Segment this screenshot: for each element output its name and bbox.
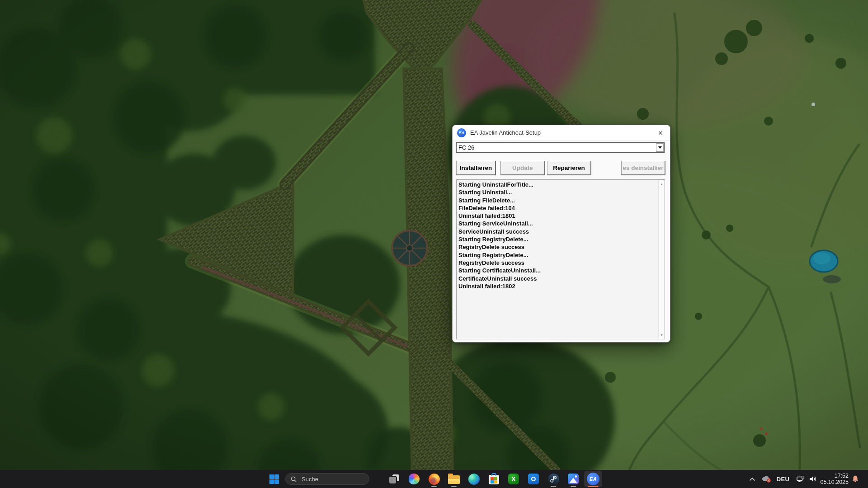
edge-icon [468, 474, 480, 485]
close-icon[interactable]: ✕ [656, 128, 665, 137]
taskbar-app-copilot[interactable] [404, 470, 424, 488]
tray-chevron-up[interactable] [746, 470, 759, 488]
log-line: RegistryDelete success [458, 259, 656, 267]
setup-window: EA EA Javelin Anticheat-Setup ✕ FC 26 In… [452, 125, 670, 343]
tray-notifications[interactable] [849, 470, 862, 488]
taskbar-app-task-view[interactable] [384, 470, 404, 488]
taskbar-app-file-explorer[interactable] [444, 470, 464, 488]
running-indicator [551, 486, 556, 487]
scroll-down-icon[interactable]: ▼ [659, 332, 665, 338]
taskbar: X O EA DE [0, 470, 868, 488]
steam-icon [548, 474, 559, 485]
log-scrollbar[interactable]: ▲ ▼ [658, 180, 665, 339]
chevron-down-icon[interactable] [656, 143, 664, 152]
window-title: EA Javelin Anticheat-Setup [470, 129, 541, 136]
volume-icon [809, 475, 817, 483]
taskbar-app-xbox[interactable]: X [504, 470, 524, 488]
uninstall-button[interactable]: es deinstallier [621, 161, 665, 175]
task-view-icon [389, 474, 400, 484]
taskbar-app-photos[interactable] [563, 470, 583, 488]
taskbar-app-firefox[interactable] [424, 470, 444, 488]
network-icon [796, 475, 805, 483]
title-bar[interactable]: EA EA Javelin Anticheat-Setup ✕ [453, 125, 670, 141]
start-button[interactable] [264, 470, 284, 488]
tray-onedrive[interactable] [760, 470, 773, 488]
microsoft-store-icon [489, 475, 499, 484]
log-output[interactable]: Starting UninstallForTitle... Starting U… [456, 179, 665, 339]
log-line: CertificateUninstall success [458, 275, 656, 282]
tray-volume[interactable] [807, 470, 819, 488]
taskbar-search[interactable] [285, 473, 369, 485]
desktop-wallpaper [0, 0, 868, 488]
log-line: Uninstall failed:1802 [458, 282, 656, 290]
taskbar-app-microsoft-store[interactable] [484, 470, 504, 488]
running-indicator [451, 486, 457, 487]
scroll-up-icon[interactable]: ▲ [659, 181, 665, 187]
taskbar-app-edge[interactable] [464, 470, 484, 488]
active-indicator [588, 486, 599, 488]
photos-icon [568, 474, 579, 484]
log-line: Starting ServiceUninstall... [458, 220, 656, 227]
xbox-icon: X [508, 474, 519, 484]
log-line: Starting CertificateUninstall... [458, 267, 656, 274]
game-select-dropdown[interactable]: FC 26 [456, 142, 665, 153]
log-line: Starting UninstallForTitle... [458, 181, 656, 188]
log-line: FileDelete failed:104 [458, 204, 656, 212]
copilot-icon [409, 474, 420, 484]
log-line: Starting FileDelete... [458, 197, 656, 204]
windows-start-icon [269, 474, 279, 484]
tray-language[interactable]: DEU [775, 470, 791, 488]
log-line: Starting RegistryDelete... [458, 251, 656, 259]
taskbar-app-ea-active[interactable]: EA [583, 470, 603, 488]
active-app-highlight [584, 471, 602, 487]
tray-clock[interactable]: 17:52 05.10.2025 [820, 470, 849, 488]
log-line: Uninstall failed:1801 [458, 212, 656, 220]
file-explorer-icon [448, 475, 460, 484]
taskbar-app-steam[interactable] [543, 470, 563, 488]
log-text: Starting UninstallForTitle... Starting U… [457, 180, 658, 339]
ea-logo-icon: EA [457, 128, 466, 137]
running-indicator [571, 486, 576, 487]
taskbar-app-outlook[interactable]: O [524, 470, 543, 488]
chevron-up-icon [749, 476, 756, 482]
install-button[interactable]: Installieren [456, 161, 496, 175]
log-line: ServiceUninstall success [458, 228, 656, 235]
outlook-icon: O [528, 474, 539, 484]
firefox-icon [429, 474, 440, 485]
running-indicator [431, 486, 437, 487]
game-select-value: FC 26 [457, 144, 656, 151]
search-input[interactable] [301, 475, 359, 483]
tray-time: 17:52 [835, 473, 849, 479]
tray-date: 05.10.2025 [820, 479, 849, 485]
update-button[interactable]: Update [500, 161, 545, 175]
notification-bell-icon [851, 475, 859, 483]
tray-network[interactable] [794, 470, 807, 488]
log-line: RegistryDelete success [458, 243, 656, 251]
search-icon [290, 476, 297, 483]
log-line: Starting Uninstall... [458, 188, 656, 196]
log-line: Starting RegistryDelete... [458, 235, 656, 243]
onedrive-error-icon [761, 475, 772, 483]
repair-button[interactable]: Reparieren [547, 161, 591, 175]
